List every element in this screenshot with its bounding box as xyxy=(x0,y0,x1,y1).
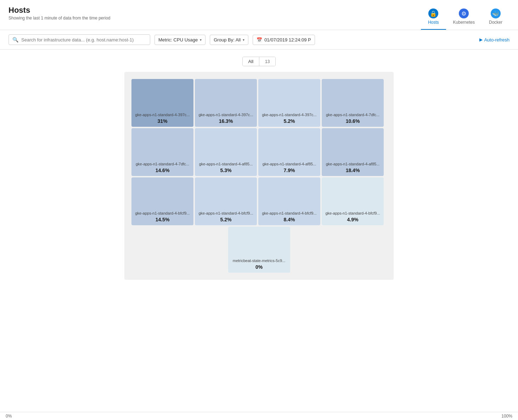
auto-refresh-button[interactable]: ▶ Auto-refresh xyxy=(479,37,509,42)
cell-value: 5.2% xyxy=(220,217,232,222)
cell-name: gke-apps-n1-standard-4-7dfc... xyxy=(326,113,379,117)
group-by-dropdown[interactable]: Group By: All ▾ xyxy=(210,35,248,45)
cell-value: 4.9% xyxy=(347,217,359,222)
treemap-cell-2-1[interactable]: gke-apps-n1-standard-4-7dfc... 14.6% xyxy=(131,128,193,176)
cell-value: 7.9% xyxy=(284,168,295,173)
cell-name: gke-apps-n1-standard-4-af85... xyxy=(199,162,253,166)
treemap-row-4: metricbeat-state-metrics-5c9... 0% xyxy=(131,227,387,273)
search-input[interactable] xyxy=(21,37,146,42)
cell-name: gke-apps-n1-standard-4-397c... xyxy=(135,113,190,117)
header: Hosts Showing the last 1 minute of data … xyxy=(0,0,518,30)
page-subtitle: Showing the last 1 minute of data from t… xyxy=(9,16,111,21)
search-icon: 🔍 xyxy=(12,37,18,42)
tabs: All 13 xyxy=(242,57,276,66)
cell-name: gke-apps-n1-standard-4-bfcf9... xyxy=(262,211,316,215)
hosts-icon: 🔒 xyxy=(428,8,438,18)
cell-name: gke-apps-n1-standard-4-bfcf9... xyxy=(135,211,190,215)
treemap-row-3: gke-apps-n1-standard-4-bfcf9... 14.5% gk… xyxy=(131,177,387,225)
cell-value: 16.3% xyxy=(219,118,233,124)
cell-name: gke-apps-n1-standard-4-397c... xyxy=(198,113,253,117)
nav-label-docker: Docker xyxy=(489,20,502,25)
tab-all-label: All xyxy=(248,59,253,64)
docker-icon: 🐳 xyxy=(491,8,501,18)
tab-count-value: 13 xyxy=(265,59,270,64)
cell-value: 14.6% xyxy=(156,168,170,173)
cell-value: 31% xyxy=(157,118,167,124)
cell-name: metricbeat-state-metrics-5c9... xyxy=(233,259,286,263)
treemap-cell-1-4[interactable]: gke-apps-n1-standard-4-7dfc... 10.6% xyxy=(322,79,384,127)
treemap-cell-3-4[interactable]: gke-apps-n1-standard-4-bfcf9... 4.9% xyxy=(322,177,384,225)
treemap-cell-3-1[interactable]: gke-apps-n1-standard-4-bfcf9... 14.5% xyxy=(131,177,193,225)
header-nav: 🔒 Hosts ⚙ Kubernetes 🐳 Docker xyxy=(421,6,509,30)
cell-name: gke-apps-n1-standard-4-bfcf9... xyxy=(198,211,253,215)
treemap-cell-3-3[interactable]: gke-apps-n1-standard-4-bfcf9... 8.4% xyxy=(258,177,320,225)
play-icon: ▶ xyxy=(479,37,483,42)
cell-name: gke-apps-n1-standard-4-af85... xyxy=(263,162,316,166)
cell-name: gke-apps-n1-standard-4-af85... xyxy=(326,162,380,166)
treemap-cell-4-1[interactable]: metricbeat-state-metrics-5c9... 0% xyxy=(228,227,290,273)
cell-value: 5.2% xyxy=(284,118,295,124)
search-box[interactable]: 🔍 xyxy=(9,34,150,45)
cell-value: 0% xyxy=(255,264,263,270)
treemap-cell-1-1[interactable]: gke-apps-n1-standard-4-397c... 31% xyxy=(131,79,193,127)
treemap-row-2: gke-apps-n1-standard-4-7dfc... 14.6% gke… xyxy=(131,128,387,176)
nav-label-hosts: Hosts xyxy=(428,20,439,25)
cell-name: gke-apps-n1-standard-4-397c... xyxy=(262,113,316,117)
tab-count[interactable]: 13 xyxy=(259,57,275,66)
metric-dropdown[interactable]: Metric: CPU Usage ▾ xyxy=(154,35,205,45)
metric-label: Metric: CPU Usage xyxy=(158,37,198,42)
group-by-label: Group By: All xyxy=(214,37,241,42)
treemap-container: gke-apps-n1-standard-4-397c... 31% gke-a… xyxy=(124,72,394,280)
cell-name: gke-apps-n1-standard-4-7dfc... xyxy=(136,162,189,166)
cell-value: 10.6% xyxy=(346,118,360,124)
metric-chevron-icon: ▾ xyxy=(200,38,202,42)
treemap-grid: gke-apps-n1-standard-4-397c... 31% gke-a… xyxy=(131,79,387,273)
cell-name: gke-apps-n1-standard-4-bfcf9... xyxy=(325,211,380,215)
treemap-cell-2-3[interactable]: gke-apps-n1-standard-4-af85... 7.9% xyxy=(258,128,320,176)
treemap-cell-1-3[interactable]: gke-apps-n1-standard-4-397c... 5.2% xyxy=(258,79,320,127)
cell-value: 8.4% xyxy=(284,217,295,222)
nav-item-docker[interactable]: 🐳 Docker xyxy=(482,6,509,30)
nav-label-kubernetes: Kubernetes xyxy=(453,20,475,25)
tab-all[interactable]: All xyxy=(243,57,259,66)
treemap-cell-2-4[interactable]: gke-apps-n1-standard-4-af85... 18.4% xyxy=(322,128,384,176)
treemap-row-1: gke-apps-n1-standard-4-397c... 31% gke-a… xyxy=(131,79,387,127)
kubernetes-icon: ⚙ xyxy=(459,8,469,18)
cell-value: 14.5% xyxy=(156,217,170,222)
treemap-cell-2-2[interactable]: gke-apps-n1-standard-4-af85... 5.3% xyxy=(195,128,257,176)
date-picker[interactable]: 📅 01/07/2019 12:24:09 P xyxy=(253,35,315,45)
cell-value: 18.4% xyxy=(346,168,360,173)
auto-refresh-label: Auto-refresh xyxy=(484,37,509,42)
header-left: Hosts Showing the last 1 minute of data … xyxy=(9,6,111,21)
group-by-chevron-icon: ▾ xyxy=(243,38,244,42)
treemap-cell-3-2[interactable]: gke-apps-n1-standard-4-bfcf9... 5.2% xyxy=(195,177,257,225)
nav-item-kubernetes[interactable]: ⚙ Kubernetes xyxy=(446,6,482,30)
nav-item-hosts[interactable]: 🔒 Hosts xyxy=(421,6,446,30)
calendar-icon: 📅 xyxy=(257,37,262,42)
toolbar: 🔍 Metric: CPU Usage ▾ Group By: All ▾ 📅 … xyxy=(0,30,518,50)
page-title: Hosts xyxy=(9,6,111,15)
treemap-cell-1-2[interactable]: gke-apps-n1-standard-4-397c... 16.3% xyxy=(195,79,257,127)
cell-value: 5.3% xyxy=(220,168,232,173)
date-value: 01/07/2019 12:24:09 P xyxy=(264,37,311,42)
main-content: All 13 gke-apps-n1-standard-4-397c... 31… xyxy=(0,50,518,287)
